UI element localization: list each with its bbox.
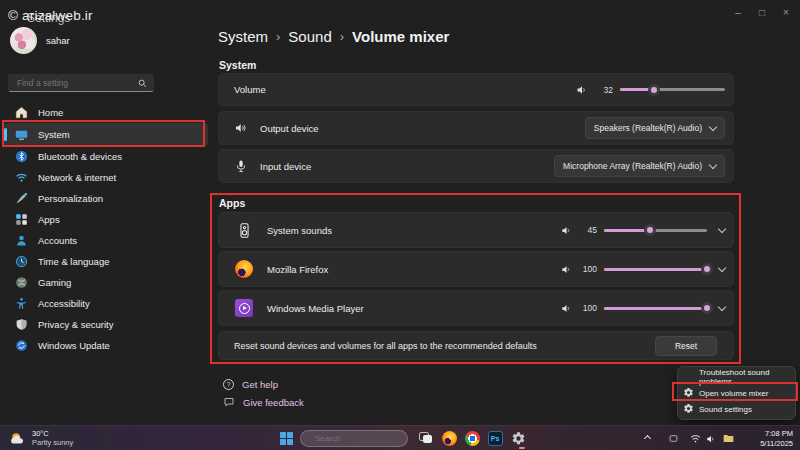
speaker-icon[interactable] <box>561 303 572 314</box>
chevron-down-icon[interactable] <box>718 302 726 310</box>
sidebar-item-accessibility[interactable]: Accessibility <box>4 293 208 314</box>
breadcrumb-separator: › <box>340 29 344 44</box>
find-setting-searchbox[interactable] <box>8 74 154 92</box>
close-button[interactable]: × <box>774 5 798 21</box>
get-help-link[interactable]: ? Get help <box>223 379 278 390</box>
give-feedback-link[interactable]: Give feedback <box>223 396 304 408</box>
breadcrumb: System › Sound › Volume mixer <box>218 28 449 45</box>
sidebar-item-windows-update[interactable]: Windows Update <box>4 335 208 356</box>
gear-icon <box>683 387 694 398</box>
sidebar-item-label: Network & internet <box>38 172 116 183</box>
app-volume-slider[interactable] <box>604 229 707 232</box>
sidebar-item-network-internet[interactable]: Network & internet <box>4 167 208 188</box>
app-volume-slider[interactable] <box>604 307 707 310</box>
speaker-icon[interactable] <box>576 84 588 96</box>
folder-icon[interactable] <box>723 434 734 443</box>
output-device-row: Output device Speakers (Realtek(R) Audio… <box>218 111 734 145</box>
output-device-dropdown[interactable]: Speakers (Realtek(R) Audio) <box>585 117 725 139</box>
sound-context-menu: Troubleshoot sound problems Open volume … <box>677 366 796 420</box>
settings-taskbar-button[interactable] <box>510 430 526 446</box>
chrome-taskbar-button[interactable] <box>464 430 480 446</box>
search-input[interactable] <box>9 78 138 88</box>
output-device-value: Speakers (Realtek(R) Audio) <box>594 123 702 133</box>
chevron-down-icon[interactable] <box>718 263 726 271</box>
window-controls: – □ × <box>726 5 798 21</box>
speaker-icon[interactable] <box>561 225 572 236</box>
weather-icon <box>9 431 26 446</box>
slider-thumb[interactable] <box>648 84 660 96</box>
settings-window: Settings © arizalweb.ir – □ × sahar Home… <box>0 0 800 450</box>
menu-item-open-volume-mixer[interactable]: Open volume mixer <box>678 385 795 401</box>
firefox-taskbar-button[interactable] <box>441 430 457 446</box>
hidden-icons-button[interactable] <box>645 426 657 450</box>
taskbar-search[interactable] <box>300 430 408 447</box>
volume-row: Volume 32 <box>218 73 734 106</box>
chevron-down-icon[interactable] <box>718 224 726 232</box>
input-device-dropdown[interactable]: Microphone Array (Realtek(R) Audio) <box>554 155 725 177</box>
minimize-button[interactable]: – <box>726 5 750 21</box>
speaker-icon[interactable] <box>561 264 572 275</box>
chrome-icon <box>465 431 480 446</box>
menu-item-troubleshoot[interactable]: Troubleshoot sound problems <box>678 369 795 385</box>
app-name: System sounds <box>267 225 332 236</box>
brush-icon <box>14 192 28 206</box>
media-player-icon <box>234 298 254 318</box>
sidebar-item-label: Time & language <box>38 256 109 267</box>
user-profile[interactable]: sahar <box>10 27 70 54</box>
reset-button[interactable]: Reset <box>655 336 717 356</box>
person-icon <box>14 234 28 248</box>
slider-thumb[interactable] <box>701 302 713 314</box>
firefox-icon <box>234 259 254 279</box>
wifi-icon[interactable] <box>690 434 701 444</box>
microphone-icon <box>234 159 248 173</box>
sidebar-item-gaming[interactable]: Gaming <box>4 272 208 293</box>
breadcrumb-sound[interactable]: Sound <box>288 28 331 45</box>
sidebar-item-label: Personalization <box>38 193 103 204</box>
menu-item-sound-settings[interactable]: Sound settings <box>678 401 795 417</box>
breadcrumb-system[interactable]: System <box>218 28 268 45</box>
start-button[interactable] <box>280 432 293 445</box>
volume-value: 32 <box>595 85 613 95</box>
sidebar-item-privacy-security[interactable]: Privacy & security <box>4 314 208 335</box>
sidebar-item-personalization[interactable]: Personalization <box>4 188 208 209</box>
active-app-indicator <box>519 447 525 449</box>
gear-icon <box>511 431 526 446</box>
tray-status-icon[interactable] <box>669 434 678 443</box>
sidebar-item-system[interactable]: System <box>4 123 208 146</box>
page-title: Volume mixer <box>352 28 449 45</box>
sidebar-item-bluetooth-devices[interactable]: Bluetooth & devices <box>4 146 208 167</box>
photoshop-taskbar-button[interactable]: Ps <box>487 430 503 446</box>
maximize-button[interactable]: □ <box>750 5 774 21</box>
input-device-label: Input device <box>260 161 311 172</box>
speaker-icon[interactable] <box>706 434 716 444</box>
accessibility-icon <box>14 297 28 311</box>
task-view-button[interactable] <box>417 430 433 446</box>
output-device-label: Output device <box>260 123 319 134</box>
app-row-firefox: Mozilla Firefox 100 <box>218 251 734 287</box>
sidebar-nav: Home System Bluetooth & devices Network … <box>4 102 208 356</box>
watermark: © arizalweb.ir <box>8 8 93 23</box>
sidebar-item-label: Home <box>38 107 63 118</box>
app-volume-value: 100 <box>579 303 597 313</box>
taskbar-search-input[interactable] <box>309 433 427 444</box>
user-name: sahar <box>46 35 70 46</box>
sidebar-item-label: Windows Update <box>38 340 110 351</box>
slider-thumb[interactable] <box>701 263 713 275</box>
taskbar-clock[interactable]: 7:08 PM 5/11/2025 <box>760 429 793 448</box>
sidebar-item-label: Apps <box>38 214 60 225</box>
sidebar-item-time-language[interactable]: Time & language <box>4 251 208 272</box>
menu-item-label: Open volume mixer <box>699 389 768 398</box>
weather-widget[interactable]: 30°C Partly sunny <box>9 429 73 447</box>
get-help-label: Get help <box>242 379 278 390</box>
app-volume-slider[interactable] <box>604 268 707 271</box>
sidebar-item-home[interactable]: Home <box>4 102 208 123</box>
sidebar-item-apps[interactable]: Apps <box>4 209 208 230</box>
volume-slider[interactable] <box>620 88 725 91</box>
main-content: System › Sound › Volume mixer System Vol… <box>218 0 734 425</box>
menu-item-label: Troubleshoot sound problems <box>699 368 795 386</box>
sidebar-item-accounts[interactable]: Accounts <box>4 230 208 251</box>
firefox-icon <box>442 431 457 446</box>
slider-thumb[interactable] <box>644 224 656 236</box>
app-row-media-player: Windows Media Player 100 <box>218 290 734 326</box>
chevron-down-icon <box>709 160 717 168</box>
